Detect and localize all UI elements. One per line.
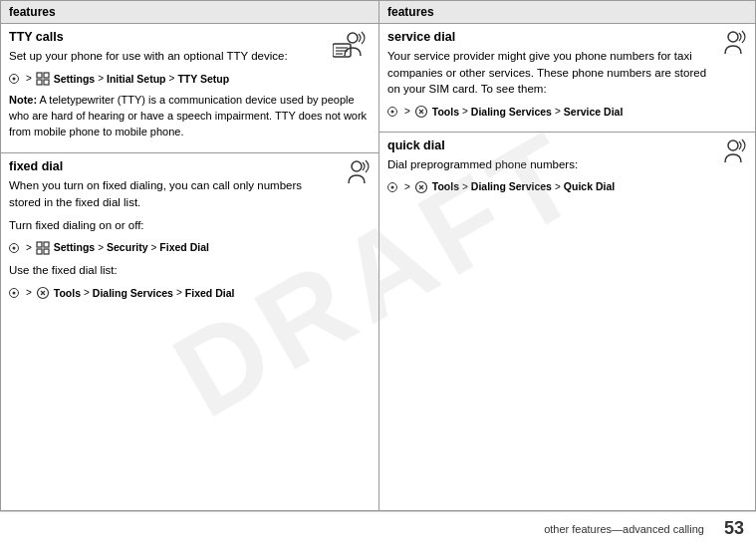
- svg-point-17: [728, 140, 738, 150]
- tty-nav-initial-setup: Initial Setup: [107, 71, 166, 88]
- fixed-nav-settings: Settings: [51, 239, 95, 256]
- quick-dial-nav: > Tools > Dialing Services > Quick Dial: [387, 178, 747, 195]
- nav-arrow13: >: [404, 179, 410, 195]
- service-dial-icon: [715, 30, 747, 63]
- svg-rect-5: [37, 73, 42, 78]
- nav-bullet-icon: [9, 74, 19, 84]
- nav-arrow3: >: [169, 71, 175, 87]
- settings-icon2: [36, 241, 50, 255]
- quick-nav-tools: Tools: [429, 178, 459, 195]
- svg-rect-7: [37, 80, 42, 85]
- content-area: features: [0, 0, 756, 511]
- quick-dial-section: quick dial Dial preprogrammed phone numb…: [379, 133, 755, 206]
- fixed-nav-dialing-services: Dialing Services: [93, 285, 173, 302]
- quick-dial-body: Dial preprogrammed phone numbers:: [387, 156, 747, 173]
- fixed-dial-body2: Turn fixed dialing on or off:: [9, 217, 371, 234]
- fixed-nav-security: Security: [107, 239, 147, 256]
- service-dial-title: service dial: [387, 30, 747, 44]
- tty-calls-body: Set up your phone for use with an option…: [9, 48, 371, 65]
- settings-icon: [36, 72, 50, 86]
- tools-icon3: [414, 180, 428, 194]
- fixed-nav-fixed-dial2: Fixed Dial: [185, 285, 235, 302]
- fixed-dial-nav1: > Settings > Security > Fixed Dial: [9, 239, 371, 256]
- fixed-dial-body3: Use the fixed dial list:: [9, 262, 371, 279]
- service-nav-dialing-services: Dialing Services: [471, 104, 552, 121]
- tty-calls-title: TTY calls: [9, 30, 371, 44]
- svg-rect-12: [37, 249, 42, 254]
- left-panel-header: features: [1, 1, 378, 24]
- svg-rect-10: [37, 242, 42, 247]
- service-dial-nav: > Tools > Dialing Services > Service Dia…: [387, 104, 747, 121]
- fixed-nav-tools: Tools: [51, 285, 81, 302]
- nav-arrow15: >: [555, 179, 561, 195]
- service-dial-body: Your service provider might give you pho…: [387, 48, 747, 98]
- fixed-dial-section: fixed dial When you turn on fixed dialin…: [1, 153, 378, 312]
- nav-bullet-icon5: [387, 182, 397, 192]
- quick-nav-quick-dial: Quick Dial: [564, 178, 615, 195]
- nav-bullet-icon2: [9, 243, 19, 253]
- nav-arrow2: >: [98, 71, 104, 87]
- svg-point-0: [348, 33, 358, 43]
- footer-bar: other features—advanced calling 53: [0, 511, 756, 545]
- fixed-dial-body1: When you turn on fixed dialing, you can …: [9, 177, 371, 210]
- fixed-dial-title: fixed dial: [9, 159, 371, 173]
- fixed-dial-nav2: > Tools > Dialing Services > Fixed Dial: [9, 285, 371, 302]
- service-nav-service-dial: Service Dial: [564, 104, 624, 121]
- nav-arrow10: >: [404, 104, 410, 120]
- tty-nav-settings: Settings: [51, 71, 95, 88]
- service-dial-section: service dial Your service provider might…: [379, 24, 755, 132]
- nav-bullet-icon4: [387, 107, 397, 117]
- right-panel: features service dial Your service provi…: [379, 1, 755, 510]
- svg-point-15: [728, 32, 738, 42]
- svg-rect-8: [44, 80, 49, 85]
- nav-bullet-icon3: [9, 288, 19, 298]
- svg-rect-11: [44, 242, 49, 247]
- tty-note: Note: A teletypewriter (TTY) is a commun…: [9, 93, 371, 140]
- nav-arrow9: >: [176, 285, 182, 301]
- nav-arrow4: >: [26, 240, 32, 256]
- nav-arrow5: >: [98, 240, 104, 256]
- nav-arrow12: >: [555, 104, 561, 120]
- nav-arrow7: >: [26, 285, 32, 301]
- nav-arrow11: >: [462, 104, 468, 120]
- tty-nav-instruction: > Settings > Initial Setup > TTY Setup: [9, 71, 371, 88]
- svg-point-9: [352, 161, 362, 171]
- tty-calls-section: TTY calls Set up your phone for use with…: [1, 24, 378, 152]
- quick-nav-dialing-services: Dialing Services: [471, 178, 552, 195]
- tools-icon: [36, 286, 50, 300]
- page-container: DRAFT features: [0, 0, 756, 545]
- nav-arrow6: >: [150, 240, 156, 256]
- tty-icon: [333, 30, 371, 66]
- footer-page-number: 53: [724, 518, 744, 539]
- left-panel: features: [1, 1, 379, 510]
- nav-arrow14: >: [462, 179, 468, 195]
- footer-chapter: other features—advanced calling: [544, 523, 704, 535]
- nav-arrow: >: [26, 71, 32, 87]
- svg-rect-13: [44, 249, 49, 254]
- fixed-dial-icon: [339, 159, 371, 192]
- svg-rect-6: [44, 73, 49, 78]
- right-panel-header: features: [379, 1, 755, 24]
- nav-arrow8: >: [84, 285, 90, 301]
- fixed-nav-fixed-dial: Fixed Dial: [159, 239, 209, 256]
- quick-dial-title: quick dial: [387, 138, 747, 152]
- service-nav-tools: Tools: [429, 104, 459, 121]
- tools-icon2: [414, 105, 428, 119]
- tty-nav-tty-setup: TTY Setup: [177, 71, 229, 88]
- quick-dial-icon: [715, 138, 747, 171]
